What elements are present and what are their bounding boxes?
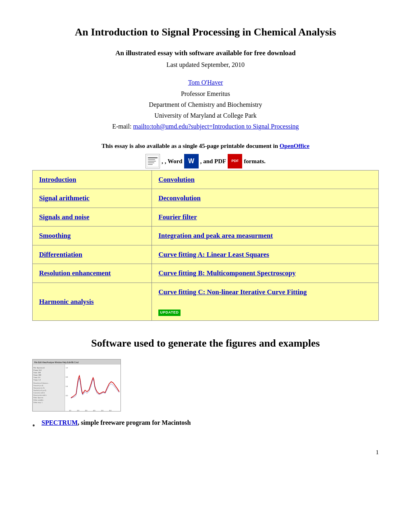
- nav-cell-left-5: Differentiation: [33, 245, 152, 264]
- svg-text:Resolution Enhance...: Resolution Enhance...: [33, 382, 49, 384]
- svg-rect-2: [148, 159, 155, 160]
- author-email-label: E-mail:: [112, 123, 131, 130]
- svg-text:0.0: 0.0: [66, 395, 68, 397]
- svg-text:Convolve with b: Convolve with b: [33, 392, 45, 394]
- nav-link-resolution[interactable]: Resolution enhancement: [39, 268, 145, 278]
- svg-text:File: Spectrum1: File: Spectrum1: [33, 367, 45, 369]
- last-updated: Last updated September, 2010: [32, 60, 379, 70]
- nav-link-signals-noise[interactable]: Signals and noise: [39, 212, 145, 222]
- nav-cell-left-7: Harmonic analysis: [33, 283, 152, 321]
- nav-row-7: Harmonic analysis Curve fitting C: Non-l…: [33, 283, 379, 321]
- svg-text:2.0: 2.0: [77, 409, 79, 411]
- svg-text:Delta variable:: Delta variable:: [33, 399, 44, 401]
- word-label: , Word: [165, 158, 183, 164]
- svg-text:Deconvolve with b: Deconvolve with b: [33, 394, 47, 396]
- software-screenshot: File Edit View/Analyse Window Help Edit-…: [32, 359, 121, 411]
- author-email-link[interactable]: mailto:toh@umd.edu?subject=Introduction …: [133, 123, 299, 130]
- svg-text:Ymax: 1.2: Ymax: 1.2: [33, 379, 41, 381]
- software-section: File Edit View/Analyse Window Help Edit-…: [32, 359, 379, 432]
- nav-cell-right-7: Curve fitting C: Non-linear Iterative Cu…: [152, 283, 379, 321]
- nav-row-3: Signals and noise Fourier filter: [33, 208, 379, 227]
- openoffice-icon: [145, 154, 160, 168]
- essay-note: This essay is also available as a single…: [32, 141, 379, 151]
- svg-text:Delta step: 1: Delta step: 1: [33, 401, 43, 403]
- nav-link-deconvolution[interactable]: Deconvolution: [158, 193, 372, 204]
- spectrum-link[interactable]: SPECTRUM: [42, 419, 78, 426]
- svg-text:Ymin: 0.0: Ymin: 0.0: [33, 376, 41, 378]
- svg-text:Smooth (n=3): Smooth (n=3): [33, 384, 44, 387]
- nav-link-integration[interactable]: Integration and peak area measurment: [158, 231, 372, 241]
- author-block: Tom O'Haver Professor Emeritus Departmen…: [32, 78, 379, 132]
- svg-text:3.0: 3.0: [85, 409, 87, 411]
- subtitle: An illustrated essay with software avail…: [32, 48, 379, 58]
- nav-link-introduction[interactable]: Introduction: [39, 175, 145, 185]
- page-number: 1: [32, 448, 379, 457]
- nav-cell-right-3: Fourier filter: [152, 208, 379, 227]
- svg-rect-5: [148, 164, 153, 165]
- nav-cell-left-6: Resolution enhancement: [33, 264, 152, 283]
- nav-link-harmonic[interactable]: Harmonic analysis: [39, 297, 145, 307]
- svg-rect-1: [148, 157, 158, 158]
- svg-text:1.2: 1.2: [66, 367, 68, 369]
- svg-text:Ratio Spectra: Ratio Spectra: [33, 397, 44, 399]
- updated-badge: UPDATED: [158, 310, 180, 316]
- nav-link-smoothing[interactable]: Smoothing: [39, 231, 145, 241]
- nav-cell-left-1: Introduction: [33, 170, 152, 189]
- nav-row-6: Resolution enhancement Curve fitting B: …: [33, 264, 379, 283]
- svg-text:0.8: 0.8: [66, 376, 68, 378]
- nav-cell-right-4: Integration and peak area measurment: [152, 227, 379, 245]
- nav-link-differentiation[interactable]: Differentiation: [39, 249, 145, 260]
- nav-cell-right-1: Convolution: [152, 170, 379, 189]
- nav-row-1: Introduction Convolution: [33, 170, 379, 189]
- svg-text:Xmax: 800: Xmax: 800: [33, 374, 42, 376]
- author-title: Professor Emeritus: [181, 90, 230, 97]
- format-final: formats.: [244, 157, 266, 166]
- svg-text:SavGol (n=5,p=2): SavGol (n=5,p=2): [33, 389, 46, 391]
- nav-cell-right-6: Curve fitting B: Multicomponent Spectros…: [152, 264, 379, 283]
- svg-text:Xmin: 190: Xmin: 190: [33, 372, 41, 374]
- nav-cell-left-3: Signals and noise: [33, 208, 152, 227]
- software-item-1: • SPECTRUM, simple freeware program for …: [32, 418, 379, 432]
- nav-cell-left-2: Signal arithmetic: [33, 189, 152, 208]
- svg-text:Gaussian (n=5): Gaussian (n=5): [33, 387, 45, 389]
- software-section-heading: Software used to generate the figures an…: [32, 335, 379, 351]
- nav-table: Introduction Convolution Signal arithmet…: [32, 170, 379, 321]
- svg-text:Points: 512: Points: 512: [33, 369, 42, 371]
- author-name-link[interactable]: Tom O'Haver: [32, 78, 379, 87]
- format-and: , and PDF: [200, 157, 226, 166]
- format-comma: ,: [162, 157, 163, 166]
- svg-text:File  Edit  View/Analyse Windo: File Edit View/Analyse Window Help Edit-…: [34, 361, 79, 364]
- format-icons-row: , , Word W , and PDF PDF formats.: [32, 154, 379, 168]
- nav-link-signal-arithmetic[interactable]: Signal arithmetic: [39, 193, 145, 204]
- nav-row-2: Signal arithmetic Deconvolution: [33, 189, 379, 208]
- word-link[interactable]: , Word: [165, 156, 183, 166]
- svg-text:1.0: 1.0: [69, 409, 71, 411]
- nav-cell-right-2: Deconvolution: [152, 189, 379, 208]
- author-university: University of Maryland at College Park: [154, 112, 257, 119]
- svg-rect-4: [148, 162, 154, 163]
- word-icon: W: [184, 154, 199, 168]
- nav-cell-left-4: Smoothing: [33, 227, 152, 245]
- nav-link-curve-fitting-c[interactable]: Curve fitting C: Non-linear Iterative Cu…: [158, 287, 372, 297]
- svg-text:5.0: 5.0: [101, 409, 104, 411]
- nav-link-convolution[interactable]: Convolution: [158, 175, 372, 185]
- svg-text:6.0: 6.0: [109, 409, 112, 411]
- openoffice-link[interactable]: OpenOffice: [280, 143, 309, 149]
- svg-text:4.0: 4.0: [93, 409, 95, 411]
- nav-link-fourier-filter[interactable]: Fourier filter: [158, 212, 372, 222]
- svg-rect-25: [65, 364, 121, 411]
- author-department: Department of Chemistry and Biochemistry: [149, 101, 262, 108]
- nav-link-curve-fitting-b[interactable]: Curve fitting B: Multicomponent Spectros…: [158, 268, 372, 278]
- software-item-text: SPECTRUM, simple freeware program for Ma…: [42, 418, 191, 428]
- svg-rect-3: [148, 161, 156, 162]
- nav-link-curve-fitting-a[interactable]: Curve fitting A: Linear Least Squares: [158, 249, 372, 260]
- nav-row-4: Smoothing Integration and peak area meas…: [33, 227, 379, 245]
- pdf-icon: PDF: [228, 154, 242, 168]
- svg-text:0.4: 0.4: [66, 385, 68, 387]
- nav-row-5: Differentiation Curve fitting A: Linear …: [33, 245, 379, 264]
- page-title: An Introduction to Signal Processing in …: [32, 24, 379, 40]
- nav-cell-right-5: Curve fitting A: Linear Least Squares: [152, 245, 379, 264]
- bullet-dot: •: [32, 420, 35, 432]
